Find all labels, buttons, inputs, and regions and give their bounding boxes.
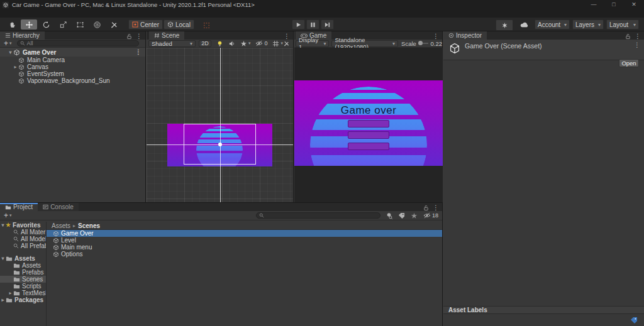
breadcrumb-current[interactable]: Scenes <box>78 222 100 229</box>
project-tree-item[interactable]: Scripts <box>0 283 46 290</box>
kebab-menu-icon[interactable] <box>135 49 142 55</box>
project-toolbar: + ▾ 18 <box>0 211 442 220</box>
scene-viewport[interactable] <box>147 48 293 202</box>
project-tree-item[interactable]: Prefabs <box>0 269 46 276</box>
project-tree-item[interactable] <box>0 249 46 255</box>
gizmo-pivot-handle[interactable] <box>218 143 222 146</box>
move-tool-button[interactable] <box>21 19 37 30</box>
add-object-button[interactable]: + <box>4 40 8 46</box>
expander-icon[interactable]: ▸ <box>0 297 6 303</box>
chevron-down-icon[interactable]: ▾ <box>9 213 12 218</box>
kebab-menu-icon[interactable] <box>634 42 640 48</box>
save-search-star-icon[interactable] <box>411 212 418 219</box>
project-tree-item[interactable]: ▾ Assets <box>0 255 46 262</box>
hierarchy-item[interactable]: Vaporwave_Background_Sun <box>0 77 145 84</box>
chevron-down-icon: ▾ <box>598 22 601 28</box>
project-tree-item[interactable]: ▸ Packages <box>0 296 46 303</box>
breadcrumb-root[interactable]: Assets <box>52 222 70 229</box>
pause-button[interactable] <box>306 19 319 30</box>
custom-tool-button[interactable] <box>106 19 122 30</box>
project-file-row[interactable]: Main menu <box>47 244 442 251</box>
scale-slider[interactable] <box>418 43 428 44</box>
project-tree-item[interactable]: Scenes <box>0 276 46 283</box>
project-tree-item[interactable]: Assets <box>0 262 46 269</box>
inspector-asset-title: Game Over (Scene Asset) <box>465 42 542 50</box>
game-ui-button[interactable] <box>348 143 389 150</box>
lock-icon[interactable] <box>625 33 631 40</box>
add-asset-button[interactable]: + <box>4 212 8 219</box>
game-ui-button[interactable] <box>348 131 389 139</box>
hierarchy-item[interactable]: Main Camera <box>0 57 145 63</box>
hand-tool-button[interactable] <box>4 19 20 30</box>
pivot-rotation-button[interactable]: Local <box>164 19 194 30</box>
rect-tool-button[interactable] <box>72 19 88 30</box>
lock-icon[interactable] <box>423 205 429 211</box>
project-tree-item[interactable]: ▸ TextMesh <box>0 290 46 296</box>
project-search-input[interactable] <box>256 212 380 219</box>
pivot-mode-button[interactable]: Center <box>128 19 163 30</box>
step-button[interactable] <box>321 19 334 30</box>
close-button[interactable]: ✕ <box>625 0 643 9</box>
rotate-tool-button[interactable] <box>38 19 54 30</box>
project-file-row[interactable]: Level <box>47 237 442 244</box>
lock-icon[interactable] <box>126 33 132 40</box>
progress-indicator-button[interactable] <box>496 19 513 31</box>
transform-tool-button[interactable] <box>89 19 105 30</box>
cloud-collab-button[interactable] <box>516 19 532 30</box>
tab-inspector[interactable]: Inspector <box>443 31 487 40</box>
asset-labels-header[interactable]: Asset Labels <box>443 306 644 314</box>
shading-mode-label: Shaded <box>152 40 172 47</box>
expander-icon[interactable]: ▸ <box>8 290 13 296</box>
scale-slider-handle[interactable] <box>418 41 423 45</box>
search-by-type-icon[interactable] <box>386 212 392 219</box>
scene-grid-dropdown[interactable]: ▾ <box>272 40 283 47</box>
display-dropdown[interactable]: Display 1▾ <box>296 40 329 47</box>
maximize-button[interactable]: □ <box>605 0 623 9</box>
search-by-label-icon[interactable] <box>398 212 405 219</box>
kebab-menu-icon[interactable] <box>284 33 290 40</box>
project-tree-item[interactable]: All Models <box>0 236 46 242</box>
expander-icon[interactable]: ▾ <box>0 222 6 228</box>
kebab-menu-icon[interactable] <box>136 33 142 40</box>
grid-snap-button[interactable] <box>199 19 214 30</box>
minimize-button[interactable]: — <box>585 0 602 9</box>
play-button[interactable] <box>292 19 305 30</box>
tab-console-label: Console <box>50 204 74 210</box>
tab-scene[interactable]: Scene <box>149 31 184 40</box>
scene-lighting-icon[interactable] <box>216 40 223 47</box>
kebab-menu-icon[interactable] <box>433 205 439 211</box>
label-tag-icon[interactable] <box>630 317 638 324</box>
game-object-icon <box>18 57 25 63</box>
chevron-down-icon[interactable]: ▾ <box>9 41 12 46</box>
effects-dropdown[interactable]: ▾ <box>240 40 251 47</box>
layout-dropdown[interactable]: Layout▾ <box>606 19 639 30</box>
hidden-packages-toggle[interactable]: 18 <box>423 212 438 219</box>
hierarchy-scene-row[interactable]: ▾ Game Over <box>0 48 145 57</box>
scene-visibility-toggle[interactable]: 0 <box>255 40 267 46</box>
kebab-menu-icon[interactable] <box>433 33 439 40</box>
tab-console[interactable]: Console <box>38 203 79 211</box>
expander-icon[interactable]: ▾ <box>0 256 6 261</box>
scene-tools-icon[interactable] <box>283 40 290 47</box>
resolution-dropdown[interactable]: Standalone (1920x1080)▾ <box>331 40 398 47</box>
scale-tool-button[interactable] <box>55 19 71 30</box>
open-button[interactable]: Open <box>619 59 639 67</box>
kebab-menu-icon[interactable] <box>635 33 641 40</box>
hierarchy-item[interactable]: ▸ Canvas <box>0 63 145 70</box>
project-tree-item[interactable]: All Prefabs <box>0 242 46 249</box>
game-ui-button[interactable] <box>348 120 389 128</box>
hierarchy-item[interactable]: EventSystem <box>0 70 145 77</box>
project-file-row[interactable]: Options <box>47 251 442 258</box>
expander-icon[interactable]: ▸ <box>13 64 18 70</box>
project-file-row[interactable]: Game Over <box>47 230 442 237</box>
layers-dropdown[interactable]: Layers▾ <box>572 19 604 30</box>
2d-toggle-button[interactable]: 2D <box>199 40 211 47</box>
shading-mode-dropdown[interactable]: Shaded▾ <box>148 40 196 47</box>
scene-audio-icon[interactable] <box>228 40 235 47</box>
project-tree-item[interactable]: ▾ ★ Favorites <box>0 222 46 229</box>
project-tree-item[interactable]: All Materia <box>0 229 46 236</box>
expander-icon[interactable]: ▾ <box>8 50 13 55</box>
hierarchy-search-input[interactable]: All <box>17 40 139 46</box>
tab-project[interactable]: Project <box>0 203 38 211</box>
account-dropdown[interactable]: Account▾ <box>535 19 570 30</box>
